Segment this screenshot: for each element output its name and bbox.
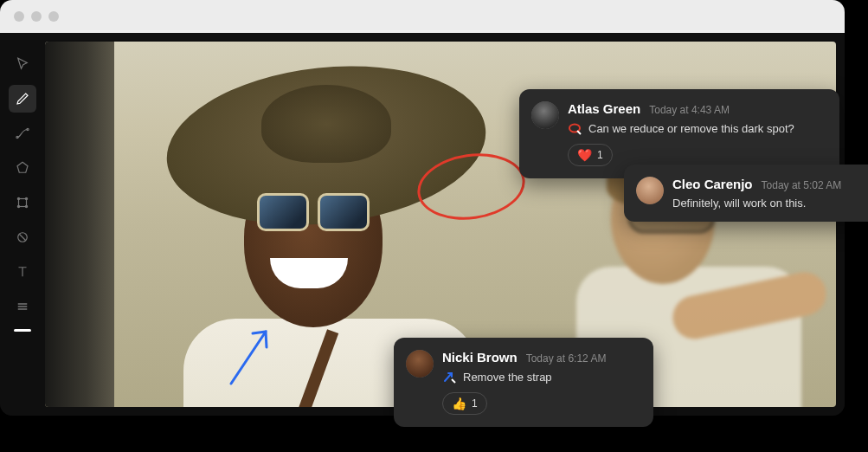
arrow-icon bbox=[218, 314, 287, 392]
window-titlebar bbox=[0, 0, 845, 33]
avatar bbox=[636, 177, 664, 204]
reaction-count: 1 bbox=[597, 149, 603, 161]
avatar bbox=[406, 350, 434, 378]
polygon-tool[interactable] bbox=[9, 154, 36, 182]
thumbsup-emoji: 👍 bbox=[452, 397, 466, 410]
pointer-icon bbox=[15, 56, 30, 72]
heart-emoji: ❤️ bbox=[577, 148, 592, 162]
comment-card[interactable]: Cleo Carenjo Today at 5:02 AM Definitely… bbox=[624, 165, 868, 222]
comment-card[interactable]: Nicki Brown Today at 6:12 AM Remove the … bbox=[394, 338, 653, 427]
comment-author: Nicki Brown bbox=[442, 350, 518, 365]
comment-author: Atlas Green bbox=[568, 101, 640, 116]
comment-message: Can we reduce or remove this dark spot? bbox=[588, 122, 794, 135]
eraser-tool[interactable] bbox=[9, 223, 36, 251]
menu-tool[interactable] bbox=[9, 293, 36, 320]
reaction-count: 1 bbox=[472, 397, 478, 410]
pen-curve-icon bbox=[15, 126, 30, 141]
svg-rect-2 bbox=[19, 199, 27, 207]
maximize-window-icon[interactable] bbox=[48, 11, 59, 22]
menu-icon bbox=[15, 299, 30, 314]
comment-timestamp: Today at 6:12 AM bbox=[526, 352, 607, 365]
reaction-button[interactable]: 👍 1 bbox=[442, 392, 487, 415]
close-window-icon[interactable] bbox=[14, 11, 24, 22]
comment-author: Cleo Carenjo bbox=[672, 177, 753, 191]
circle-annotation-icon bbox=[568, 121, 582, 135]
arrow-annotation-icon bbox=[442, 370, 456, 384]
comment-timestamp: Today at 4:43 AM bbox=[649, 104, 730, 116]
reaction-button[interactable]: ❤️ 1 bbox=[568, 144, 613, 166]
pen-curve-tool[interactable] bbox=[9, 119, 36, 147]
eraser-icon bbox=[15, 229, 30, 245]
text-tool[interactable] bbox=[9, 258, 36, 286]
toolbar-accent bbox=[14, 329, 31, 332]
text-icon bbox=[15, 264, 30, 280]
minimize-window-icon[interactable] bbox=[31, 11, 42, 22]
left-toolbar bbox=[0, 33, 45, 416]
polygon-icon bbox=[15, 160, 30, 176]
pointer-tool[interactable] bbox=[9, 50, 36, 78]
crop-tool[interactable] bbox=[9, 189, 36, 216]
crop-icon bbox=[15, 195, 30, 210]
pencil-tool[interactable] bbox=[9, 85, 36, 113]
avatar bbox=[531, 101, 559, 129]
annotation-arrow[interactable] bbox=[218, 314, 287, 396]
pencil-icon bbox=[15, 91, 30, 107]
comment-message: Remove the strap bbox=[463, 371, 552, 384]
comment-message: Definitely, will work on this. bbox=[672, 197, 806, 210]
comment-timestamp: Today at 5:02 AM bbox=[762, 179, 842, 191]
